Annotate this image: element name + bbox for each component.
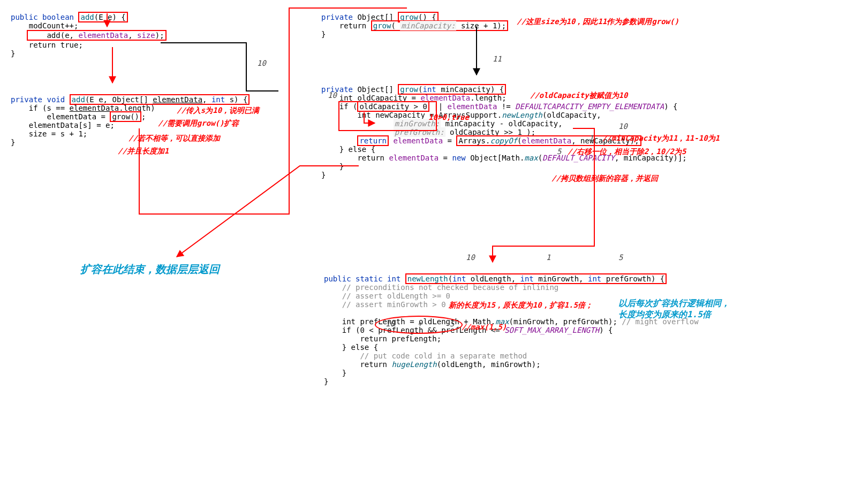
code-block-grow-noarg: private Object[] grow() { return grow( m… <box>321 4 508 39</box>
ann-a1: //传入s为10，说明已满 <box>177 106 259 116</box>
ann-a10: //拷贝数组到新的容器，并返回 <box>551 174 658 184</box>
box-if-condition <box>338 101 437 131</box>
code-block-add-public: public boolean add(E e) { modCount++; ad… <box>11 4 167 58</box>
num-5-b: 5 <box>618 253 623 262</box>
ann-b1: 扩容在此结束，数据层层返回 <box>80 262 220 277</box>
num-10-c: 10 <box>618 122 628 131</box>
num-10-d: 10 <box>466 253 475 262</box>
ann-a9: //右移一位，相当于除2，10/2为5 <box>568 147 686 157</box>
num-1-a: 1 <box>589 134 593 142</box>
num-10-b: 10 <box>328 91 337 100</box>
num-1-b: 1 <box>546 253 550 262</box>
num-11-a: 11 <box>493 55 502 63</box>
ann-b2: 以后每次扩容执行逻辑相同， 长度均变为原来的1.5倍 <box>618 298 730 320</box>
ann-a6: //oldCapacity被赋值为10 <box>530 91 628 101</box>
ellipse-1015 <box>375 316 463 334</box>
ann-a4: //并且长度加1 <box>118 147 169 156</box>
ann-a2: //需要调用grow()扩容 <box>158 119 239 128</box>
ann-a11: 新的长度为15，原长度为10，扩容1.5倍； <box>449 301 593 310</box>
num-5-a: 5 <box>557 147 561 156</box>
ann-a12: //max(1,5) <box>462 323 507 331</box>
num-10-a: 10 <box>257 59 266 67</box>
ann-a8: //minCapacity为11，11-10为1 <box>602 134 720 143</box>
arrows-layer <box>0 0 854 504</box>
ann-a5: //这里size为10，因此11作为参数调用grow() <box>517 17 679 27</box>
ann-a3: //若不相等，可以直接添加 <box>129 134 220 143</box>
